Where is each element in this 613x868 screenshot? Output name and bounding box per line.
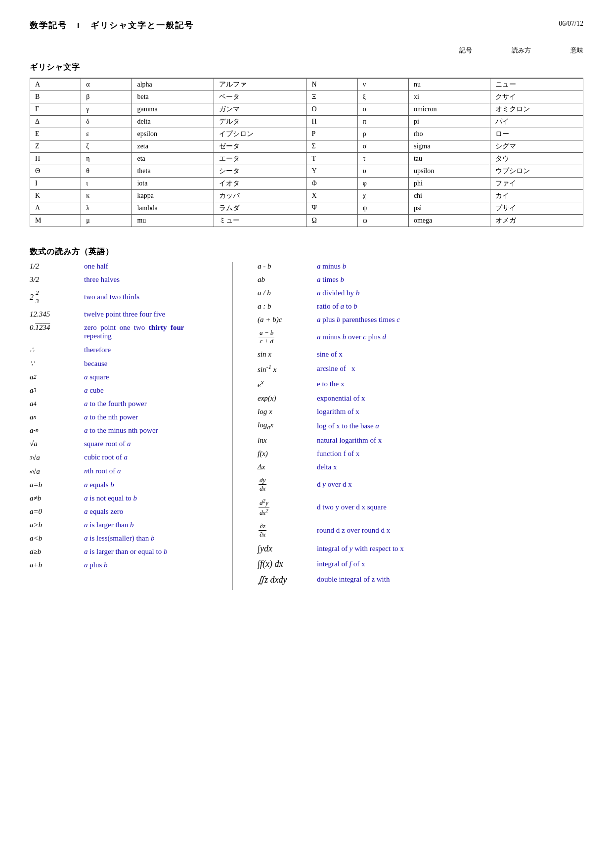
desc-asq: a square: [84, 373, 218, 381]
greek-cap2: Ω: [306, 215, 357, 227]
math-row-half: 1/2 one half: [30, 262, 218, 271]
right-row-intfx: ∫f(x) dx integral of f of x: [258, 559, 583, 569]
greek-meaning2: タウ: [490, 153, 583, 165]
math-row-because: ∵ because: [30, 359, 218, 368]
greek-cap: A: [30, 78, 81, 91]
greek-table-row: Δ δ delta デルタ Π π pi パイ: [30, 116, 583, 128]
greek-low: κ: [81, 190, 132, 202]
greek-low2: τ: [357, 153, 408, 165]
greek-low: η: [81, 153, 132, 165]
rdesc-sub: a minus b: [317, 262, 346, 271]
rdesc-ratio: ratio of a to b: [317, 302, 357, 311]
greek-name2: omicron: [408, 103, 490, 116]
greek-low2: π: [357, 116, 408, 128]
greek-cap: H: [30, 153, 81, 165]
greek-table-row: A α alpha アルファ N ν nu ニュー: [30, 78, 583, 91]
right-row-log: log x logarithm of x: [258, 408, 583, 416]
greek-name: iota: [132, 178, 214, 190]
desc-half: one half: [84, 262, 218, 271]
greek-table-row: B β beta ベータ Ξ ξ xi クサイ: [30, 91, 583, 103]
greek-table-row: Z ζ zeta ゼータ Σ σ sigma シグマ: [30, 140, 583, 153]
right-row-ln: lnx natural logarithm of x: [258, 436, 583, 445]
desc-neq: a is not equal to b: [84, 494, 218, 503]
greek-low: λ: [81, 202, 132, 215]
right-row-div: a / b a divided by b: [258, 289, 583, 297]
greek-name: eta: [132, 153, 214, 165]
rdesc-partial: round d z over round d x: [317, 526, 390, 535]
greek-meaning2: ファイ: [490, 178, 583, 190]
greek-name2: chi: [408, 190, 490, 202]
right-row-loga: logax log of x to the base a: [258, 421, 583, 431]
greek-low: θ: [81, 165, 132, 178]
right-row-ratio: a : b ratio of a to b: [258, 302, 583, 311]
greek-cap2: Π: [306, 116, 357, 128]
desc-alt: a is less(smaller) than b: [84, 534, 218, 543]
sym-ageq: a ≥ b: [30, 548, 74, 556]
rsym-paren: (a + b)c: [258, 316, 307, 324]
desc-eq: a equals b: [84, 481, 218, 489]
greek-cap2: X: [306, 190, 357, 202]
greek-meaning2: クサイ: [490, 91, 583, 103]
rsym-fx: f(x): [258, 450, 307, 458]
rdesc-ex: e to the x: [317, 380, 344, 388]
rsym-deltax: Δx: [258, 463, 307, 471]
greek-meaning2: シグマ: [490, 140, 583, 153]
greek-name: delta: [132, 116, 214, 128]
desc-decimal: twelve point three four five: [84, 310, 218, 319]
rdesc-loga: log of x to the base a: [317, 422, 379, 430]
greek-low2: ω: [357, 215, 408, 227]
right-row-frac: a − b c + d a minus b over c plus d: [258, 329, 583, 345]
greek-name: mu: [132, 215, 214, 227]
greek-name2: xi: [408, 91, 490, 103]
desc-therefore: therefore: [84, 346, 218, 354]
greek-table-row: I ι iota イオタ Φ φ phi ファイ: [30, 178, 583, 190]
greek-meaning: ゼータ: [214, 140, 306, 153]
math-row-sqrt: √a square root of a: [30, 440, 218, 448]
sub-col3: 意味: [570, 46, 583, 55]
greek-low2: ρ: [357, 128, 408, 140]
math-row-mixed: 2 2 3 two and two thirds: [30, 289, 218, 305]
greek-cap: E: [30, 128, 81, 140]
greek-meaning2: ロー: [490, 128, 583, 140]
math-row-eq: a=b a equals b: [30, 481, 218, 489]
greek-cap: M: [30, 215, 81, 227]
math-row-alt: a < b a is less(smaller) than b: [30, 534, 218, 543]
rdesc-d2ydx2: d two y over d x square: [317, 503, 387, 511]
rdesc-div: a divided by b: [317, 289, 359, 297]
greek-low: ε: [81, 128, 132, 140]
greek-cap: B: [30, 91, 81, 103]
greek-low: μ: [81, 215, 132, 227]
rsym-ab: ab: [258, 275, 307, 284]
greek-low2: ν: [357, 78, 408, 91]
rsym-sub: a - b: [258, 262, 307, 271]
desc-three-halves: three halves: [84, 275, 218, 284]
greek-section-title: ギリシャ文字: [30, 62, 583, 73]
greek-meaning2: パイ: [490, 116, 583, 128]
math-row-acube: a3 a cube: [30, 386, 218, 395]
desc-agt: a is larger than b: [84, 521, 218, 529]
greek-meaning: イプシロン: [214, 128, 306, 140]
greek-meaning: イオタ: [214, 178, 306, 190]
desc-a4: a to the fourth power: [84, 400, 218, 408]
rsym-ex: ex: [258, 379, 307, 389]
sym-therefore: ∴: [30, 345, 74, 354]
greek-name2: psi: [408, 202, 490, 215]
sym-eq: a=b: [30, 481, 74, 489]
desc-acube: a cube: [84, 386, 218, 395]
rsym-arcsin: sin-1 x: [258, 364, 307, 374]
sym-asq: a2: [30, 373, 74, 381]
greek-name: alpha: [132, 78, 214, 91]
greek-low: ι: [81, 178, 132, 190]
desc-a-n: a to the minus nth power: [84, 426, 218, 435]
greek-cap: Θ: [30, 165, 81, 178]
greek-name: epsilon: [132, 128, 214, 140]
rsym-int: ∫ydx: [258, 544, 307, 554]
rdesc-frac: a minus b over c plus d: [317, 333, 386, 341]
rdesc-dblint: double integral of z with: [317, 575, 390, 584]
greek-name2: omega: [408, 215, 490, 227]
desc-ageq: a is larger than or equal to b: [84, 548, 218, 556]
sym-apb: a + b: [30, 561, 74, 569]
sym-agt: a > b: [30, 521, 74, 529]
greek-low2: φ: [357, 178, 408, 190]
math-row-cbrt: 3√a cubic root of a: [30, 453, 218, 462]
